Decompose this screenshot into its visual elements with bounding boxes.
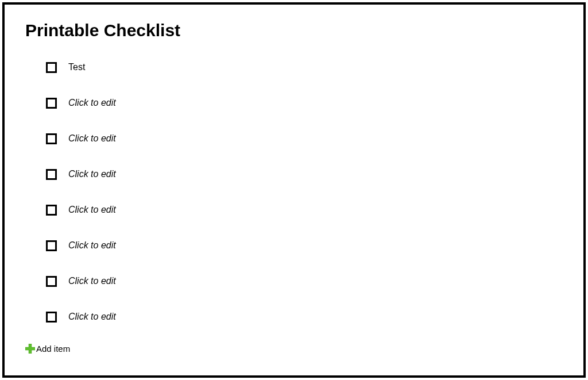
checklist-item: Click to edit (46, 310, 563, 323)
checklist: TestClick to editClick to editClick to e… (25, 61, 563, 323)
checklist-item-text[interactable]: Click to edit (68, 276, 116, 286)
checklist-panel: Printable Checklist TestClick to editCli… (2, 2, 586, 378)
checklist-item: Click to edit (46, 132, 563, 145)
checklist-item: Test (46, 61, 563, 74)
add-item-label: Add item (36, 344, 70, 354)
checklist-item-text[interactable]: Click to edit (68, 240, 116, 251)
checkbox[interactable] (46, 276, 57, 287)
page-title[interactable]: Printable Checklist (25, 21, 563, 40)
svg-rect-2 (29, 347, 32, 350)
checkbox[interactable] (46, 169, 57, 180)
checklist-item-text[interactable]: Click to edit (68, 133, 116, 144)
plus-icon (25, 344, 35, 354)
checkbox[interactable] (46, 205, 57, 216)
checkbox[interactable] (46, 98, 57, 109)
checklist-item: Click to edit (46, 204, 563, 216)
checkbox[interactable] (46, 312, 57, 323)
checklist-item-text[interactable]: Click to edit (68, 169, 116, 179)
checklist-item-text[interactable]: Click to edit (68, 205, 116, 215)
checklist-item-text[interactable]: Click to edit (68, 98, 116, 108)
checklist-item: Click to edit (46, 275, 563, 287)
checkbox[interactable] (46, 240, 57, 251)
checklist-item-text[interactable]: Click to edit (68, 312, 116, 322)
checklist-item-text[interactable]: Test (68, 62, 85, 72)
add-item-button[interactable]: Add item (25, 344, 563, 354)
checklist-item: Click to edit (46, 168, 563, 181)
checkbox[interactable] (46, 62, 57, 73)
checkbox[interactable] (46, 133, 57, 144)
checklist-item: Click to edit (46, 239, 563, 252)
checklist-item: Click to edit (46, 97, 563, 109)
